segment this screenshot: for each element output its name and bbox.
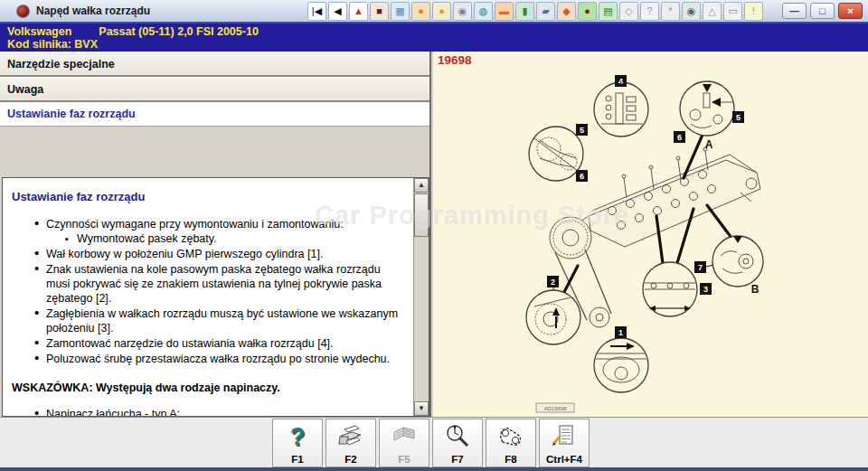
footer-bar: ? F1 F2 F5 bbox=[0, 417, 868, 467]
nav-first-icon[interactable]: |◀ bbox=[307, 2, 326, 21]
sub-bullet-item: Wymontować pasek zębaty. bbox=[77, 231, 406, 246]
scroll-up-button[interactable]: ▲ bbox=[414, 178, 429, 193]
sub-bullet-list: Wymontować pasek zębaty. bbox=[46, 231, 406, 246]
door-icon-glyph: ▮ bbox=[522, 6, 527, 16]
article: Ustawianie faz rozrządu Czynności wymaga… bbox=[3, 178, 413, 416]
bullet-item: Zamontować narzędzie do ustawiania wałka… bbox=[46, 336, 406, 351]
sidebar-item-timing-setup-active[interactable]: Ustawianie faz rozrządu bbox=[0, 102, 429, 127]
bullet-list: Czynności wymagane przy wymontowaniu i z… bbox=[12, 217, 406, 366]
nav-first-icon-glyph: |◀ bbox=[312, 6, 322, 16]
printer-green-icon[interactable]: ▤ bbox=[599, 2, 618, 21]
parts-icon[interactable]: ◇ bbox=[619, 2, 638, 21]
notes-button[interactable]: Ctrl+F4 bbox=[539, 419, 590, 467]
book-icon bbox=[391, 419, 418, 454]
printer-icon bbox=[337, 419, 364, 454]
question-mark-icon: ? bbox=[290, 423, 306, 451]
bullet-item: Zagłębienia w wałkach rozrządu muszą być… bbox=[46, 306, 406, 335]
help-button[interactable]: ? F1 bbox=[272, 419, 323, 467]
disc-dark-icon-glyph: ◉ bbox=[687, 6, 696, 16]
vehicle-header: VolkswagenPassat (05-11) 2,0 FSI 2005-10… bbox=[0, 24, 868, 52]
hint-icon[interactable]: ? bbox=[640, 2, 659, 21]
train-icon[interactable]: ▰ bbox=[536, 2, 555, 21]
globe-icon-glyph: ● bbox=[418, 6, 424, 16]
nav-back-icon-glyph: ◀ bbox=[334, 6, 341, 16]
sunset-icon-glyph: ▬ bbox=[499, 6, 509, 16]
sidebar-item-note[interactable]: Uwaga bbox=[0, 77, 429, 102]
vehicle-model: Passat (05-11) 2,0 FSI 2005-10 bbox=[99, 25, 259, 38]
wrench-icon-glyph: ◆ bbox=[562, 6, 570, 16]
nav-back-icon[interactable]: ◀ bbox=[328, 2, 347, 21]
hint-icon-glyph: ? bbox=[646, 6, 652, 16]
car-outline-icon[interactable]: ▭ bbox=[723, 2, 742, 21]
callout-1: 1 bbox=[618, 328, 623, 337]
callout-7: 7 bbox=[698, 263, 703, 272]
diagram-panel: 19698 bbox=[433, 52, 868, 417]
engine-code: Kod silnika: BVX bbox=[7, 38, 868, 51]
timing-diagram-illustration: 4 5 6 5 6 7 3 2 1 A B AD19698 bbox=[433, 52, 868, 417]
figure-tag: AD19698 bbox=[543, 406, 567, 411]
window-controls: —□× bbox=[782, 3, 863, 19]
sunset-icon[interactable]: ▬ bbox=[495, 2, 514, 21]
map-icon[interactable]: ▦ bbox=[391, 2, 410, 21]
rotate-icon-glyph: * bbox=[668, 6, 672, 16]
toolbar-icons: |◀◀▲■▦●●◉◍▬▮▰◆●▤◇?*◉△▭! bbox=[307, 2, 763, 21]
document-pencil-icon bbox=[551, 419, 578, 454]
warning-icon[interactable]: ▲ bbox=[349, 2, 368, 21]
callout-letter-b: B bbox=[751, 283, 760, 296]
alert-strip-icon-glyph: ! bbox=[752, 6, 755, 16]
callout-6: 6 bbox=[677, 133, 682, 142]
vehicle-brand: Volkswagen bbox=[7, 25, 71, 38]
bullet-item: Znak ustawienia na kole pasowym paska zę… bbox=[46, 262, 406, 306]
wrench-icon[interactable]: ◆ bbox=[557, 2, 576, 21]
minimize-button[interactable]: — bbox=[782, 3, 807, 19]
callout-5b: 5 bbox=[580, 126, 584, 135]
disc-dark-icon[interactable]: ◉ bbox=[682, 2, 701, 21]
window-title: Napęd wałka rozrządu bbox=[36, 5, 150, 17]
alert-strip-icon[interactable]: ! bbox=[744, 2, 763, 21]
manual-button[interactable]: F5 bbox=[379, 419, 429, 467]
restore-button[interactable]: □ bbox=[810, 3, 835, 19]
content-panel: Ustawianie faz rozrządu Czynności wymaga… bbox=[2, 177, 429, 417]
callout-2: 2 bbox=[551, 278, 555, 287]
scrollbar-thumb[interactable] bbox=[414, 193, 429, 237]
window-bottom-frame bbox=[0, 467, 868, 471]
schematic-icon-glyph: ■ bbox=[376, 6, 382, 16]
callout-6b: 6 bbox=[580, 172, 584, 181]
map-icon-glyph: ▦ bbox=[395, 6, 404, 16]
vehicle-icon-glyph: ● bbox=[439, 6, 445, 16]
car-outline-icon-glyph: ▭ bbox=[728, 6, 737, 16]
service-schedule-button[interactable]: F7 bbox=[432, 419, 483, 467]
note-text: WSKAZÓWKA: Występują dwa rodzaje napinac… bbox=[12, 381, 406, 395]
sidebar-item-special-tool[interactable]: Narzędzie specjalne bbox=[0, 52, 429, 77]
warning-icon-glyph: ▲ bbox=[354, 6, 363, 16]
parts-icon-glyph: ◇ bbox=[625, 6, 632, 16]
callout-3: 3 bbox=[703, 285, 708, 294]
schematic-icon[interactable]: ■ bbox=[370, 2, 389, 21]
title-bar: Napęd wałka rozrządu |◀◀▲■▦●●◉◍▬▮▰◆●▤◇?*… bbox=[0, 0, 868, 24]
sidebar-item-label: Ustawianie faz rozrządu bbox=[7, 108, 136, 120]
app-icon bbox=[16, 5, 30, 18]
bullet-list: Napinacz łańcucha - typ A: bbox=[12, 407, 406, 416]
train-icon-glyph: ▰ bbox=[542, 6, 549, 16]
rotate-icon[interactable]: * bbox=[661, 2, 680, 21]
close-button[interactable]: × bbox=[838, 3, 863, 19]
callout-5: 5 bbox=[736, 113, 741, 122]
bullet-item: Poluzować śrubę przestawiacza wałka rozr… bbox=[46, 352, 406, 366]
globe-icon[interactable]: ● bbox=[411, 2, 430, 21]
timing-belt-icon bbox=[496, 419, 525, 454]
car-service-icon[interactable]: ● bbox=[578, 2, 597, 21]
belt-diagram-button[interactable]: F8 bbox=[486, 419, 536, 467]
callout-letter-a: A bbox=[705, 138, 713, 151]
disc-icon[interactable]: ◉ bbox=[453, 2, 472, 21]
door-icon[interactable]: ▮ bbox=[515, 2, 534, 21]
bullet-item: Wał korbowy w położeniu GMP pierwszego c… bbox=[46, 247, 406, 261]
vehicle-icon[interactable]: ● bbox=[432, 2, 451, 21]
triangle-outline-icon[interactable]: △ bbox=[703, 2, 722, 21]
sidebar-item-label: Narzędzie specjalne bbox=[7, 58, 115, 71]
bullet-item: Czynności wymagane przy wymontowaniu i z… bbox=[46, 217, 406, 246]
scroll-down-button[interactable]: ▼ bbox=[414, 401, 429, 416]
car-service-icon-glyph: ● bbox=[584, 6, 590, 16]
tools-icon[interactable]: ◍ bbox=[474, 2, 493, 21]
print-button[interactable]: F2 bbox=[326, 419, 376, 467]
scrollbar[interactable]: ▲ ▼ bbox=[413, 178, 429, 416]
